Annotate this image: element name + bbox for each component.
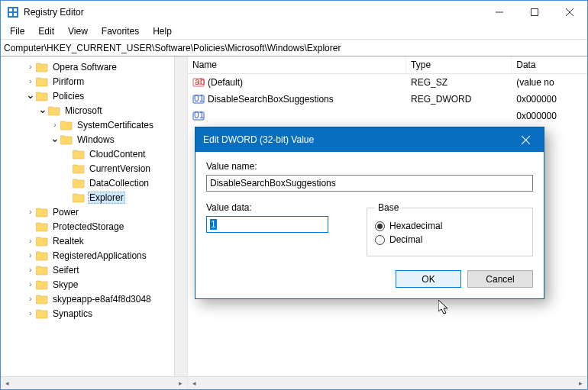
tree-item[interactable]: ›Realtek — [1, 234, 187, 248]
list-row[interactable]: 011DisableSearchBoxSuggestionsREG_DWORD0… — [188, 91, 587, 108]
maximize-button[interactable] — [517, 1, 552, 24]
tree-item-label: Opera Software — [51, 62, 118, 73]
menu-view[interactable]: View — [62, 24, 94, 38]
scroll-left-icon[interactable]: ◂ — [1, 377, 14, 390]
tree-item[interactable]: Explorer — [1, 190, 187, 205]
value-data-label: Value data: — [206, 202, 344, 213]
folder-icon — [73, 149, 85, 160]
menu-edit[interactable]: Edit — [32, 24, 60, 38]
tree-item-label: Realtek — [51, 236, 86, 247]
address-input[interactable] — [4, 43, 584, 53]
folder-icon — [73, 192, 85, 203]
list-row[interactable]: ab(Default)REG_SZ(value no — [188, 74, 587, 91]
tree-item[interactable]: ›Skype — [1, 277, 187, 292]
tree-item[interactable]: CurrentVersion — [1, 161, 187, 176]
reg-dword-icon: 011 — [192, 93, 205, 105]
scroll-left-icon[interactable]: ◂ — [188, 377, 201, 390]
folder-icon — [36, 207, 48, 218]
folder-icon — [36, 91, 48, 102]
list-horizontal-scrollbar[interactable]: ◂ ▸ — [188, 376, 587, 389]
ok-button[interactable]: OK — [396, 270, 461, 288]
folder-icon — [36, 308, 48, 319]
dialog-title-bar[interactable]: Edit DWORD (32-bit) Value — [195, 127, 544, 152]
svg-text:ab: ab — [195, 76, 205, 87]
svg-rect-2 — [14, 8, 17, 11]
folder-icon — [36, 279, 48, 290]
tree-item-label: Piriform — [51, 76, 86, 87]
app-icon — [7, 6, 19, 18]
tree-vertical-scrollbar[interactable] — [174, 56, 187, 376]
tree-item-label: Explorer — [88, 192, 125, 204]
caret-closed-icon[interactable]: › — [25, 280, 36, 288]
tree-item-label: CloudContent — [88, 149, 147, 160]
scroll-right-icon[interactable]: ▸ — [574, 377, 587, 390]
folder-icon — [36, 236, 48, 247]
value-name-input[interactable] — [206, 175, 533, 192]
tree-item[interactable]: CloudContent — [1, 147, 187, 161]
radio-icon — [375, 235, 385, 245]
caret-closed-icon[interactable]: › — [25, 309, 36, 317]
value-data-input[interactable]: 1 — [206, 216, 328, 233]
folder-icon — [60, 134, 73, 145]
caret-closed-icon[interactable]: › — [25, 295, 36, 303]
value-data: 0x000000 — [512, 109, 587, 123]
caret-closed-icon[interactable]: › — [25, 237, 36, 245]
reg-dword-icon: 011 — [192, 110, 205, 122]
tree-item[interactable]: ⌄Microsoft — [1, 103, 187, 118]
tree-item-label: DataCollection — [88, 178, 150, 189]
caret-closed-icon[interactable]: › — [25, 266, 36, 274]
caret-open-icon[interactable]: ⌄ — [50, 132, 60, 144]
caret-open-icon[interactable]: ⌄ — [25, 89, 36, 101]
radio-decimal[interactable]: Decimal — [375, 234, 525, 245]
menu-help[interactable]: Help — [147, 24, 178, 38]
folder-icon — [36, 265, 48, 276]
menu-bar: File Edit View Favorites Help — [1, 24, 587, 39]
caret-closed-icon[interactable]: › — [25, 63, 36, 71]
radio-icon — [375, 221, 385, 231]
folder-icon — [60, 120, 73, 131]
tree-item[interactable]: ›skypeapp-e8af4f8d3048 — [1, 292, 187, 306]
folder-icon — [73, 163, 85, 174]
cancel-button[interactable]: Cancel — [467, 270, 533, 288]
list-row[interactable]: 0110x000000 — [188, 108, 587, 124]
tree-item[interactable]: DataCollection — [1, 176, 187, 190]
tree-item[interactable]: ⌄Windows — [1, 132, 187, 147]
column-header-data[interactable]: Data — [512, 56, 587, 73]
tree-item[interactable]: ⌄Policies — [1, 89, 187, 103]
tree-item[interactable]: ProtectedStorage — [1, 219, 187, 234]
tree-item-label: Microsoft — [63, 105, 104, 116]
tree-horizontal-scrollbar[interactable]: ◂ ▸ — [1, 376, 187, 389]
radio-label-dec: Decimal — [389, 234, 422, 245]
radio-hexadecimal[interactable]: Hexadecimal — [375, 221, 525, 231]
dialog-close-button[interactable] — [515, 129, 536, 150]
tree-item[interactable]: ›Piriform — [1, 74, 187, 89]
tree-pane[interactable]: ›Opera Software›Piriform⌄Policies⌄Micros… — [1, 56, 188, 389]
menu-file[interactable]: File — [4, 24, 31, 38]
caret-open-icon[interactable]: ⌄ — [37, 103, 48, 115]
caret-closed-icon[interactable]: › — [25, 77, 36, 85]
scroll-right-icon[interactable]: ▸ — [174, 377, 187, 390]
menu-favorites[interactable]: Favorites — [95, 24, 145, 38]
tree-item[interactable]: ›Opera Software — [1, 60, 187, 74]
svg-rect-3 — [9, 13, 12, 16]
tree-item-label: Skype — [51, 279, 79, 290]
caret-closed-icon[interactable]: › — [50, 121, 60, 129]
column-header-type[interactable]: Type — [406, 56, 512, 73]
column-header-name[interactable]: Name — [188, 56, 406, 73]
tree-item[interactable]: ›Seifert — [1, 263, 187, 277]
folder-icon — [36, 294, 48, 305]
caret-closed-icon[interactable]: › — [25, 208, 36, 216]
tree-item[interactable]: ›SystemCertificates — [1, 118, 187, 132]
caret-closed-icon[interactable]: › — [25, 251, 36, 259]
svg-rect-1 — [9, 8, 12, 11]
tree-item-label: Policies — [51, 91, 86, 102]
minimize-button[interactable] — [482, 1, 517, 24]
svg-text:011: 011 — [194, 110, 205, 121]
svg-rect-6 — [531, 9, 538, 16]
tree-item[interactable]: ›Synaptics — [1, 306, 187, 321]
tree-item-label: Synaptics — [51, 308, 94, 319]
tree-item[interactable]: ›RegisteredApplications — [1, 248, 187, 263]
tree-item[interactable]: ›Power — [1, 205, 187, 219]
tree-item-label: Power — [51, 207, 80, 218]
close-button[interactable] — [552, 1, 587, 24]
